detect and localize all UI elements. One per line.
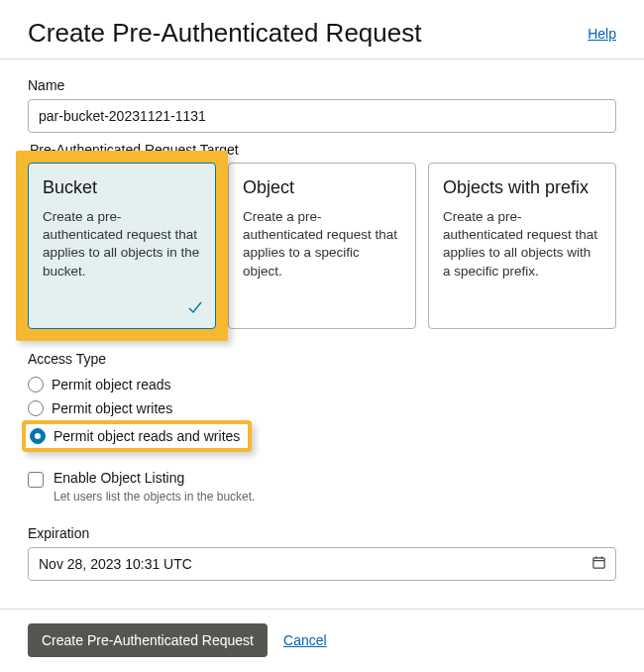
radio-label: Permit object writes (52, 400, 172, 416)
name-input[interactable] (28, 99, 616, 133)
radio-label: Permit object reads and writes (54, 428, 240, 444)
check-icon (187, 299, 203, 318)
access-type-label: Access Type (28, 351, 616, 367)
radio-permit-reads-writes[interactable]: Permit object reads and writes (30, 428, 240, 444)
expiration-input[interactable] (28, 547, 616, 581)
create-button[interactable]: Create Pre-Authenticated Request (28, 623, 268, 657)
radio-label: Permit object reads (52, 377, 171, 392)
card-desc: Create a pre-authenticated request that … (43, 208, 201, 280)
radio-permit-reads[interactable]: Permit object reads (28, 373, 616, 396)
radio-icon (28, 377, 44, 392)
card-title: Bucket (43, 177, 201, 198)
radio-icon (28, 400, 44, 416)
page-title: Create Pre-Authenticated Request (28, 18, 421, 49)
target-card-object[interactable]: Object Create a pre-authenticated reques… (228, 163, 416, 329)
checkbox-label: Enable Object Listing (54, 470, 255, 486)
divider (0, 58, 644, 59)
highlight-target-bucket: Bucket Create a pre-authenticated reques… (16, 151, 228, 341)
radio-permit-writes[interactable]: Permit object writes (28, 396, 616, 420)
name-label: Name (28, 77, 616, 93)
cancel-button[interactable]: Cancel (283, 632, 327, 648)
enable-object-listing-checkbox[interactable] (28, 472, 44, 488)
help-link[interactable]: Help (588, 26, 616, 42)
target-card-objects-prefix[interactable]: Objects with prefix Create a pre-authent… (428, 163, 616, 329)
card-title: Object (243, 177, 401, 198)
expiration-label: Expiration (28, 525, 616, 541)
radio-icon (30, 428, 46, 444)
card-title: Objects with prefix (443, 177, 601, 198)
card-desc: Create a pre-authenticated request that … (443, 208, 601, 280)
highlight-radio-reads-writes: Permit object reads and writes (22, 420, 252, 452)
checkbox-help-text: Let users list the objects in the bucket… (54, 490, 255, 504)
target-card-bucket[interactable]: Bucket Create a pre-authenticated reques… (28, 163, 216, 329)
card-desc: Create a pre-authenticated request that … (243, 208, 401, 280)
